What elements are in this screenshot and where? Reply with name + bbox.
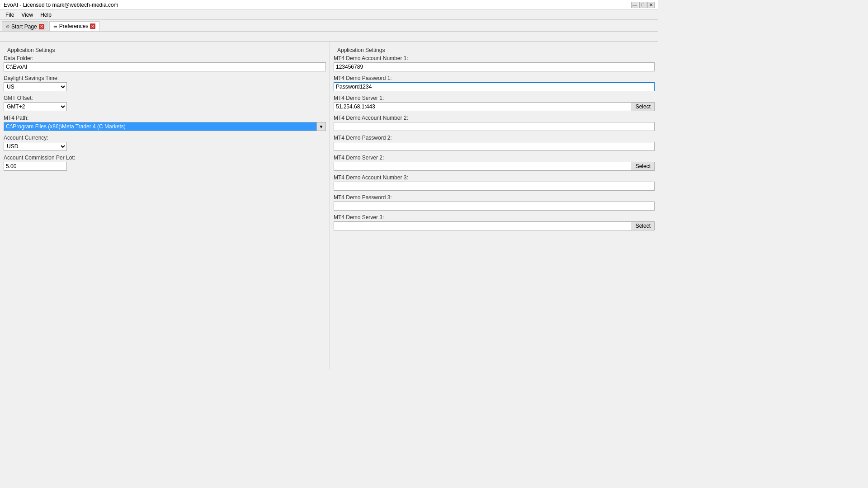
account3-group: MT4 Demo Account Number 3: — [334, 174, 655, 191]
gmt-offset-select[interactable]: GMT+2 GMT+1 GMT GMT-1 GMT+3 — [4, 102, 67, 111]
server1-group: MT4 Demo Server 1: Select — [334, 95, 655, 111]
tab-start-page-label: Start Page — [11, 23, 37, 30]
tab-bar: ⊙ Start Page ✕ ☰ Preferences ✕ — [0, 20, 658, 32]
gmt-offset-group: GMT Offset: GMT+2 GMT+1 GMT GMT-1 GMT+3 — [4, 95, 326, 111]
server2-input[interactable] — [334, 162, 632, 171]
data-folder-label: Data Folder: — [4, 55, 326, 61]
menu-bar: File View Help — [0, 10, 658, 20]
main-content: Application Settings Data Folder: Daylig… — [0, 42, 658, 369]
toolbar-row — [0, 32, 658, 42]
daylight-savings-select[interactable]: US EU None — [4, 82, 67, 91]
mt4-path-dropdown-btn[interactable]: ▼ — [317, 122, 326, 131]
password1-group: MT4 Demo Password 1: — [334, 75, 655, 91]
tab-preferences-close[interactable]: ✕ — [90, 23, 95, 29]
mt4-path-label: MT4 Path: — [4, 115, 326, 121]
password2-label: MT4 Demo Password 2: — [334, 135, 655, 141]
server3-label: MT4 Demo Server 3: — [334, 214, 655, 221]
right-section-title: Application Settings — [334, 44, 655, 55]
window-controls: — □ ✕ — [631, 2, 655, 8]
account1-number-input[interactable] — [334, 62, 655, 71]
password2-group: MT4 Demo Password 2: — [334, 135, 655, 151]
server2-select-btn[interactable]: Select — [632, 162, 655, 171]
account3-number-label: MT4 Demo Account Number 3: — [334, 174, 655, 181]
menu-help[interactable]: Help — [37, 11, 55, 19]
account1-number-label: MT4 Demo Account Number 1: — [334, 55, 655, 61]
right-panel: Application Settings MT4 Demo Account Nu… — [330, 42, 658, 369]
server2-label: MT4 Demo Server 2: — [334, 155, 655, 161]
preferences-icon: ☰ — [53, 24, 57, 29]
password3-group: MT4 Demo Password 3: — [334, 194, 655, 211]
tab-preferences[interactable]: ☰ Preferences ✕ — [49, 21, 100, 31]
maximize-button[interactable]: □ — [639, 2, 646, 8]
mt4-path-input[interactable] — [4, 122, 317, 131]
server2-group: MT4 Demo Server 2: Select — [334, 155, 655, 171]
left-section-title: Application Settings — [4, 44, 326, 55]
server3-input-row: Select — [334, 221, 655, 230]
tab-preferences-label: Preferences — [59, 23, 89, 29]
mt4-path-row: ▼ — [4, 122, 326, 131]
server1-select-btn[interactable]: Select — [632, 102, 655, 111]
gmt-offset-label: GMT Offset: — [4, 95, 326, 101]
account-currency-select[interactable]: USD EUR GBP JPY — [4, 142, 67, 151]
server3-select-btn[interactable]: Select — [632, 221, 655, 230]
account2-number-input[interactable] — [334, 122, 655, 131]
data-folder-group: Data Folder: — [4, 55, 326, 71]
password1-label: MT4 Demo Password 1: — [334, 75, 655, 81]
window-title: EvoAI - Licensed to mark@webtech-media.c… — [4, 2, 118, 8]
tab-start-page-close[interactable]: ✕ — [39, 24, 44, 29]
commission-per-lot-label: Account Commission Per Lot: — [4, 155, 326, 161]
server3-group: MT4 Demo Server 3: Select — [334, 214, 655, 230]
account2-group: MT4 Demo Account Number 2: — [334, 115, 655, 131]
password1-input[interactable] — [334, 82, 655, 91]
commission-per-lot-input[interactable] — [4, 162, 67, 171]
server2-input-row: Select — [334, 162, 655, 171]
account-currency-group: Account Currency: USD EUR GBP JPY — [4, 135, 326, 151]
start-page-icon: ⊙ — [6, 24, 9, 29]
account1-group: MT4 Demo Account Number 1: — [334, 55, 655, 71]
title-bar: EvoAI - Licensed to mark@webtech-media.c… — [0, 0, 658, 10]
account-currency-label: Account Currency: — [4, 135, 326, 141]
close-button[interactable]: ✕ — [647, 2, 655, 8]
server3-input[interactable] — [334, 221, 632, 230]
password3-label: MT4 Demo Password 3: — [334, 194, 655, 201]
account2-number-label: MT4 Demo Account Number 2: — [334, 115, 655, 121]
tab-start-page[interactable]: ⊙ Start Page ✕ — [2, 21, 48, 31]
server1-input-row: Select — [334, 102, 655, 111]
server1-label: MT4 Demo Server 1: — [334, 95, 655, 101]
daylight-savings-label: Daylight Savings Time: — [4, 75, 326, 81]
left-panel: Application Settings Data Folder: Daylig… — [0, 42, 330, 369]
password3-input[interactable] — [334, 202, 655, 211]
commission-per-lot-group: Account Commission Per Lot: — [4, 155, 326, 171]
menu-view[interactable]: View — [18, 11, 37, 19]
daylight-savings-group: Daylight Savings Time: US EU None — [4, 75, 326, 91]
server1-input[interactable] — [334, 102, 632, 111]
menu-file[interactable]: File — [2, 11, 18, 19]
password2-input[interactable] — [334, 142, 655, 151]
data-folder-input[interactable] — [4, 62, 326, 71]
minimize-button[interactable]: — — [631, 2, 638, 8]
mt4-path-group: MT4 Path: ▼ — [4, 115, 326, 131]
account3-number-input[interactable] — [334, 182, 655, 191]
